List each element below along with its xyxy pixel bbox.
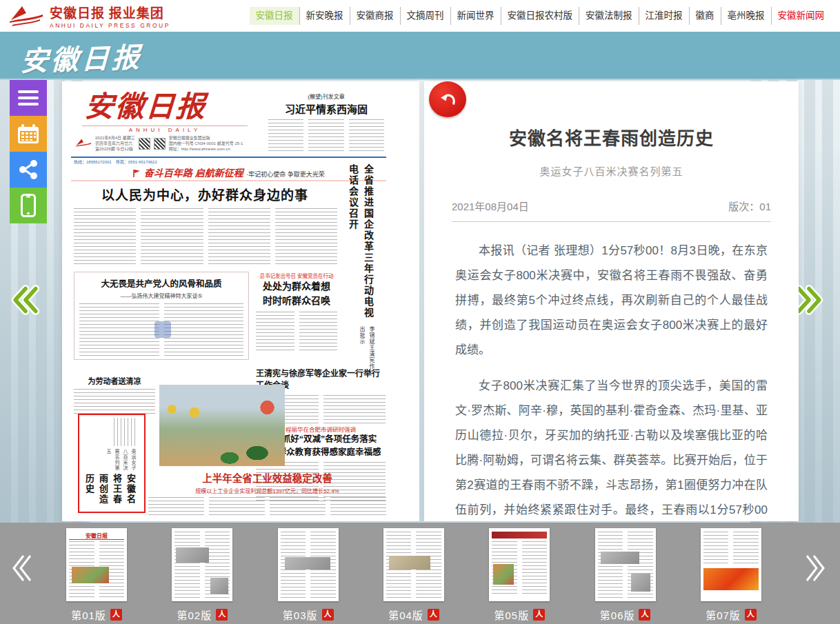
hamburger-icon bbox=[18, 90, 39, 105]
article-date: 2021年08月04日 bbox=[452, 199, 529, 213]
thumbnail-page-07[interactable]: 第07版 人 bbox=[701, 528, 761, 622]
paper-topright-article[interactable]: (瞭望)刊发文章 习近平情系西海固 bbox=[268, 92, 384, 154]
thumbnail-page-05[interactable]: 第05版 人 bbox=[489, 528, 550, 622]
pdf-icon[interactable]: 人 bbox=[322, 609, 334, 621]
nav-item-anhui-business[interactable]: 安徽商报 bbox=[350, 7, 401, 25]
paper-labor-article[interactable]: 为劳动者送清凉 bbox=[74, 375, 155, 415]
nav-item-legal-daily[interactable]: 安徽法制报 bbox=[579, 7, 639, 25]
paper-commentary-box[interactable]: 大无畏是共产党人的风骨和品质 ——弘扬伟大建党精神特大家谈⑤ bbox=[74, 272, 249, 360]
nav-item-anhui-news-net[interactable]: 安徽新闻网 bbox=[772, 7, 831, 25]
share-icon bbox=[18, 159, 39, 180]
article-title: 安徽名将王春雨创造历史 bbox=[424, 124, 799, 150]
paper-logo-swoosh-icon bbox=[75, 138, 92, 149]
epaper-app: 安徽日报 报业集团 ANHUI DAILY PRESS GROUP 安徽日报 新… bbox=[0, 0, 840, 624]
nav-item-digest-weekly[interactable]: 文摘周刊 bbox=[401, 7, 451, 25]
commentary-subtitle: ——弘扬伟大建党精神特大家谈⑤ bbox=[79, 292, 243, 299]
chevron-right-icon bbox=[801, 553, 825, 583]
logo-swoosh-icon bbox=[8, 5, 44, 27]
nav-item-anhui-daily[interactable]: 安徽日报 bbox=[250, 7, 300, 25]
pdf-icon[interactable]: 人 bbox=[533, 609, 545, 621]
paper-industry-article[interactable]: 上半年全省工业效益稳定改善 规模以上工业企业实现利润总额1397亿元，同比增长5… bbox=[148, 470, 386, 516]
newspaper-front-page: 安徽日报 ANHUI DAILY 2021年8月4日 星期三 农历辛丑年六月廿六… bbox=[71, 90, 386, 516]
thumbnail-image bbox=[701, 528, 761, 601]
industry-title: 上半年全省工业效益稳定改善 bbox=[148, 470, 386, 485]
thumbnail-page-04[interactable]: 第04版 人 bbox=[383, 528, 444, 622]
pdf-icon[interactable]: 人 bbox=[428, 609, 439, 621]
topright-body-sim bbox=[268, 119, 384, 154]
highlight-body-sim bbox=[114, 418, 137, 446]
menu-button[interactable] bbox=[10, 80, 47, 116]
thumbnail-label: 第04版 bbox=[388, 607, 423, 622]
vertical-headline-title: 全省推进国企改革三年行动电视电话会议召开 bbox=[346, 164, 376, 323]
chevrons-left-icon bbox=[10, 284, 41, 316]
paper-issn-line: 国内统一刊号 CN34-0001 邮发代号 25-1 bbox=[169, 141, 243, 146]
calendar-button[interactable] bbox=[10, 116, 47, 152]
thumb-photo bbox=[601, 552, 639, 564]
paper-issue-line: 第25225期 今日12版 bbox=[95, 146, 135, 152]
highlighted-article-box[interactable]: 奥运女子八百米决赛名列第五 安徽名将王春雨创造历史 bbox=[78, 414, 146, 513]
nav-item-rural-edition[interactable]: 安徽日报农村版 bbox=[501, 7, 580, 25]
thumb-photo bbox=[389, 556, 430, 570]
highlight-subtitle: 奥运女子八百米决赛名列第五 bbox=[82, 449, 137, 471]
thumbnail-image bbox=[383, 528, 444, 601]
top-header: 安徽日报 报业集团 ANHUI DAILY PRESS GROUP 安徽日报 新… bbox=[0, 0, 840, 32]
article-subtitle: 奥运女子八百米决赛名列第五 bbox=[424, 163, 799, 178]
pdf-icon[interactable]: 人 bbox=[110, 609, 122, 621]
thumbnail-image bbox=[172, 528, 232, 601]
paper-masthead: 安徽日报 ANHUI DAILY 2021年8月4日 星期三 农历辛丑年六月廿六… bbox=[75, 90, 263, 154]
paper-lead-headline[interactable]: 以人民为中心，办好群众身边的事 bbox=[71, 185, 339, 203]
highlight-title: 安徽名将王春雨创造历史 bbox=[82, 474, 137, 509]
nav-item-huishang[interactable]: 徽商 bbox=[690, 7, 721, 25]
thumbnail-label: 第03版 bbox=[283, 607, 318, 622]
thumbnails-scroll-left[interactable] bbox=[12, 553, 36, 586]
logo-cn-text: 安徽日报 报业集团 bbox=[50, 3, 170, 21]
tool-sidebar bbox=[10, 80, 47, 223]
vertical-headline-sub: 李锦斌王清宪作出批示 bbox=[346, 326, 376, 371]
thumbnail-label: 第05版 bbox=[494, 607, 529, 622]
thumbnail-page-06[interactable]: 第06版 人 bbox=[595, 528, 656, 622]
paper-masthead-meta: 2021年8月4日 星期三 农历辛丑年六月廿六 第25225期 今日12版 安徽… bbox=[75, 135, 263, 152]
pdf-icon[interactable]: 人 bbox=[639, 609, 650, 621]
thumb-photo bbox=[493, 564, 514, 585]
article-edition: 版次：01 bbox=[728, 199, 771, 213]
thumbnail-label: 第06版 bbox=[600, 607, 635, 622]
share-button[interactable] bbox=[10, 152, 47, 188]
nav-item-news-world[interactable]: 新闻世界 bbox=[451, 7, 501, 25]
qr-code-1 bbox=[139, 138, 150, 150]
thumb-photo bbox=[72, 567, 109, 583]
newspaper-page-panel: 安徽日报 ANHUI DAILY 2021年8月4日 星期三 农历辛丑年六月廿六… bbox=[62, 81, 419, 521]
article-meta-row: 2021年08月04日 版次：01 bbox=[452, 199, 771, 222]
main-area: 安徽日报 ANHUI DAILY 2021年8月4日 星期三 农历辛丑年六月廿六… bbox=[0, 80, 840, 523]
back-arrow-icon bbox=[437, 89, 458, 110]
thumbnail-image: 安徽日报 bbox=[66, 528, 127, 601]
nav-item-jianghuai-times[interactable]: 江淮时报 bbox=[639, 7, 690, 25]
thumbnail-label: 第02版 bbox=[177, 607, 212, 622]
labor-body-sim bbox=[74, 389, 155, 415]
thumb-banner bbox=[492, 532, 547, 539]
thumb-photo bbox=[210, 578, 228, 594]
party-article-title1: 处处为群众着想 bbox=[256, 279, 337, 294]
previous-page-arrow[interactable] bbox=[10, 284, 41, 319]
thumbnail-page-03[interactable]: 第03版 人 bbox=[278, 528, 339, 622]
paper-party-article[interactable]: ·总书记发出号召 安徽党员在行动· 处处为群众着想 时时听群众召唤 bbox=[256, 272, 337, 352]
nav-item-bozhou-evening[interactable]: 亳州晚报 bbox=[721, 7, 772, 25]
mobile-button[interactable] bbox=[10, 188, 47, 223]
thumbnail-page-01[interactable]: 安徽日报 第01版 人 bbox=[66, 528, 127, 622]
qr-code-2 bbox=[154, 138, 166, 150]
article-reader-panel: 安徽名将王春雨创造历史 奥运女子八百米决赛名列第五 2021年08月04日 版次… bbox=[424, 81, 799, 521]
thumbnail-page-02[interactable]: 第02版 人 bbox=[172, 528, 232, 622]
press-group-logo[interactable]: 安徽日报 报业集团 ANHUI DAILY PRESS GROUP bbox=[8, 3, 170, 29]
paper-masthead-script: 安徽日报 bbox=[74, 90, 264, 124]
pdf-icon[interactable]: 人 bbox=[745, 609, 757, 621]
article-body: 本报讯（记者 张理想）1分57秒00！8月3日晚，在东京奥运会女子800米决赛中… bbox=[455, 239, 768, 521]
paper-slogan-strip: 奋斗百年路 启航新征程 ·牢记初心使命 争取更大光荣 bbox=[71, 165, 386, 181]
nav-item-xinan-evening[interactable]: 新安晚报 bbox=[300, 7, 350, 25]
pdf-icon[interactable]: 人 bbox=[216, 609, 228, 621]
paper-vertical-headline[interactable]: 全省推进国企改革三年行动电视电话会议召开 李锦斌王清宪作出批示 bbox=[346, 164, 376, 371]
back-button[interactable] bbox=[429, 81, 466, 117]
commentary-title: 大无畏是共产党人的风骨和品质 bbox=[79, 276, 243, 290]
thumbnail-image bbox=[489, 528, 550, 601]
thumbnails-scroll-right[interactable] bbox=[801, 553, 825, 586]
banner-title: 安徽日报 bbox=[20, 35, 143, 79]
paper-news-photo bbox=[159, 385, 285, 466]
